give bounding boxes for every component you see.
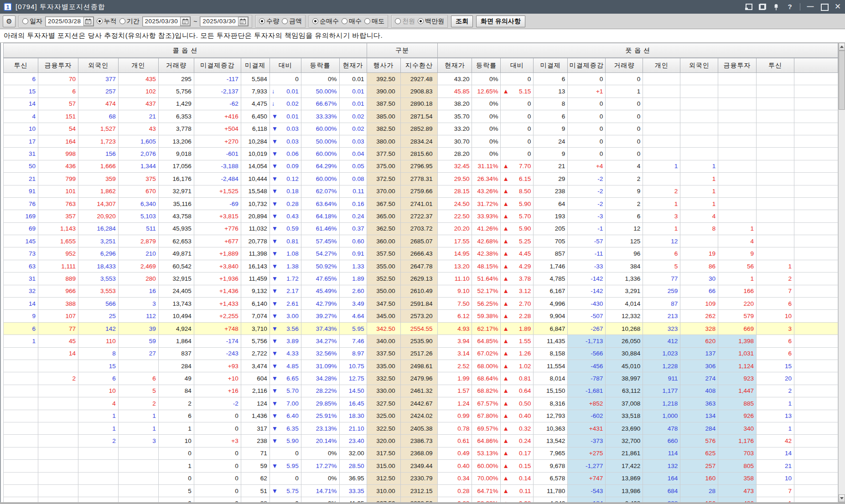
cell-현재가: 41.95 (340, 497, 367, 502)
change-value: 5.90 (286, 437, 298, 444)
cell-filler (794, 98, 838, 110)
scroll-down-arrow[interactable] (839, 494, 845, 502)
table-row[interactable]: 1562571025,756-2,1377,933↓0.0150.00%0.01… (3, 85, 838, 98)
calendar-icon[interactable] (180, 17, 190, 26)
cell-거래량: 1 (159, 460, 194, 472)
change-value: 0.59 (286, 225, 298, 232)
minimize-icon[interactable]: — (807, 4, 814, 10)
table-row[interactable]: 2179935937516,176-2,48410,444▼0.1260.00%… (3, 173, 838, 185)
table-row[interactable]: 1059▼5.9517.27%28.50315.002349.440.4060.… (3, 460, 838, 472)
down-arrow-icon: ▼ (272, 175, 278, 182)
vertical-scrollbar[interactable] (838, 43, 845, 502)
cell-등락률: 0% (472, 148, 501, 160)
maximize-icon[interactable] (820, 4, 828, 10)
cell-지수환산: 2349.44 (401, 460, 438, 472)
radio-amount[interactable]: 금액 (282, 17, 302, 26)
table-row[interactable]: 10584+162,116▼5.7028.22%14.50330.002461.… (3, 385, 838, 397)
table-row[interactable]: 1110317▼6.3523.13%21.10322.502405.380.78… (3, 422, 838, 435)
change-value: 5.15 (519, 88, 531, 95)
table-row[interactable]: 631,11118,4332,46960,542+3,84016,143▼1.3… (3, 260, 838, 273)
radio-thousand-won[interactable]: 천원 (395, 17, 415, 26)
table-row[interactable]: 002800%41.95307.502293.500.2353.33%▲0.08… (3, 497, 838, 502)
date-value[interactable]: 2025/03/30 (143, 18, 181, 25)
range-separator: ~ (193, 18, 197, 25)
table-row[interactable]: 007100%32.00317.502368.090.4953.13%▲0.17… (3, 447, 838, 460)
table-row[interactable]: 16935720,9205,10343,758+3,81520,894▼0.43… (3, 210, 838, 222)
cell-등락률: 68.64% (472, 372, 501, 385)
table-row[interactable]: 739526,29621049,871+1,88911,398▼1.0854.2… (3, 247, 838, 260)
cell-지수환산: 2852.89 (401, 123, 438, 135)
radio-buy[interactable]: 매수 (342, 17, 362, 26)
calendar-icon[interactable] (238, 17, 248, 26)
table-row[interactable]: 11601,436▼6.4025.91%18.30325.002424.020.… (3, 410, 838, 422)
cell-현재가: 30.70 (438, 135, 472, 148)
cell-투신: 76 (3, 198, 38, 210)
table-row[interactable]: 145110591,864-1745,756▼3.8934.27%7.46340… (3, 335, 838, 347)
table-row[interactable]: 14574744371,429-624,475↓0.0266.67%0.0138… (3, 98, 838, 110)
table-row[interactable]: 319981562,0769,018-60110,019▼0.0660.00%0… (3, 148, 838, 160)
table-row[interactable]: 2310+3238▼5.9020.14%23.40320.002386.730.… (3, 435, 838, 447)
close-icon[interactable]: ✕ (834, 4, 841, 10)
table-row[interactable]: 006200%36.95312.502330.790.3470.00%▲0.14… (3, 473, 838, 485)
duplicate-window-icon[interactable] (759, 4, 766, 10)
table-row[interactable]: 415168216,353+4166,450▼0.0133.33%0.02385… (3, 110, 838, 123)
table-row[interactable]: 5051▼5.7514.71%33.35310.002312.150.2864.… (3, 485, 838, 497)
radio-cumulative[interactable]: 누적 (97, 17, 117, 26)
cell-금융투자 (38, 397, 78, 410)
table-row[interactable]: 691,14316,28451145,935+77611,032▼0.5961.… (3, 223, 838, 235)
table-row[interactable]: 911011,86267032,971+1,52515,548▼0.1862.0… (3, 185, 838, 198)
scrollbar-thumb[interactable] (839, 51, 845, 110)
radio-net-buy[interactable]: 순매수 (312, 17, 339, 26)
screen-notice-button[interactable]: 화면 유의사항 (476, 15, 525, 27)
settings-button[interactable]: ⚙ (3, 15, 16, 27)
cell-개인: 6,340 (119, 198, 159, 210)
cell-미결제증감: -3 (568, 210, 606, 222)
cell-대비: ▼5.95 (270, 460, 301, 472)
up-triangle-icon: ▲ (503, 225, 508, 232)
cell-미결제: 20,778 (241, 235, 270, 247)
cell-투신: 4 (3, 110, 38, 123)
change-value: 0.06 (286, 150, 298, 157)
table-row[interactable]: 171641,7231,60513,206+27010,284▼0.0350.0… (3, 135, 838, 148)
restore-window-icon[interactable] (745, 4, 752, 10)
column-header-외국인: 외국인 (680, 58, 718, 73)
cell-금융투자: 388 (38, 298, 78, 310)
scrollbar-track[interactable] (839, 51, 845, 494)
table-row[interactable]: 10541,527433,778+5046,118▼0.0360.00%0.02… (3, 123, 838, 135)
cell-외국인 (680, 98, 718, 110)
table-row[interactable]: 7676314,3076,34035,116-6910,732▼0.2863.6… (3, 198, 838, 210)
date-value[interactable]: 2025/03/28 (46, 18, 83, 25)
query-button[interactable]: 조회 (451, 15, 473, 27)
calendar-icon[interactable] (83, 17, 93, 26)
cell-대비: ▲7.70 (501, 160, 534, 173)
radio-sell[interactable]: 매도 (364, 17, 384, 26)
table-row[interactable]: 1451,6553,2512,87962,653+67720,778▼0.815… (3, 235, 838, 247)
help-icon[interactable]: ? (786, 4, 793, 10)
table-row[interactable]: 422-2124▼7.0029.85%16.45327.502442.671.2… (3, 397, 838, 410)
table-row[interactable]: 91072511210,494+2,2557,074▼3.0039.27%4.6… (3, 310, 838, 322)
table-row[interactable]: 677142394,924+7483,710▼3.5637.43%5.95342… (3, 323, 838, 335)
table-row[interactable]: 26649+10604▼6.6534.28%12.75332.502479.96… (3, 372, 838, 385)
cell-거래량: 9 (606, 185, 643, 198)
cell-금융투자 (718, 185, 757, 198)
table-row[interactable]: 329663,5531624,405+1,4369,132▼2.1745.49%… (3, 285, 838, 298)
date-value[interactable]: 2025/03/30 (200, 18, 238, 25)
table-row[interactable]: 318893,55328032,915+1,93611,459▼1.7247.6… (3, 273, 838, 285)
table-row[interactable]: 670377435295-1175,58400%0.01392.502927.4… (3, 73, 838, 85)
pin-icon[interactable] (772, 4, 780, 10)
cell-개인: 12 (643, 235, 680, 247)
cell-미결제증감: +1,436 (194, 285, 241, 298)
radio-period[interactable]: 기간 (119, 17, 140, 26)
cell-지수환산: 2722.37 (401, 210, 438, 222)
radio-million-won[interactable]: 백만원 (418, 17, 444, 26)
cell-filler (794, 447, 838, 460)
table-row[interactable]: 504361,6661,34417,056-3,18814,054▼0.0964… (3, 160, 838, 173)
scroll-up-arrow[interactable] (839, 43, 845, 51)
cell-개인: 1,228 (643, 360, 680, 372)
table-row[interactable]: 14827837-2432,722▼4.3332.56%8.97337.5025… (3, 348, 838, 360)
cell-등락률: 23.13% (301, 422, 340, 435)
radio-date[interactable]: 일자 (22, 17, 42, 26)
radio-quantity[interactable]: 수량 (259, 17, 279, 26)
table-row[interactable]: 14388566313,743+1,4336,140▼2.6142.79%3.4… (3, 298, 838, 310)
table-row[interactable]: 15284+933,474▼4.8531.09%10.75335.002498.… (3, 360, 838, 372)
